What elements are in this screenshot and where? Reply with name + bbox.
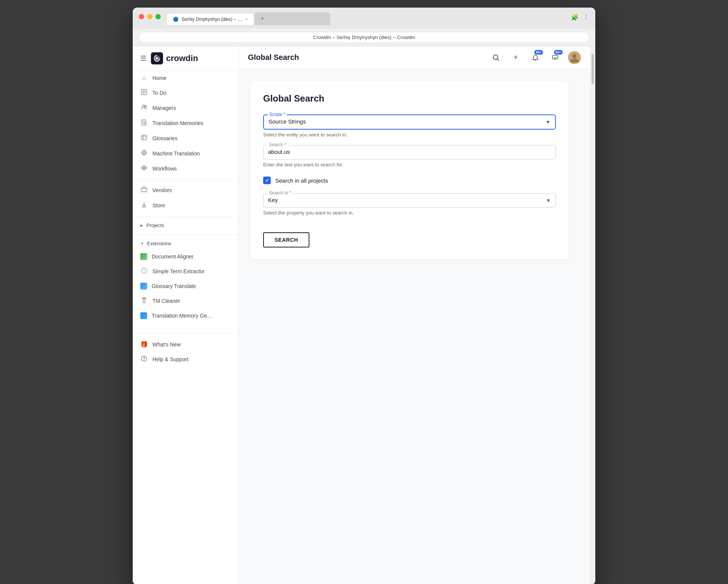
logo-icon [151,52,163,64]
sidebar-item-label: TM Cleaner [152,298,180,304]
sidebar-header: ☰ crowdin [133,46,238,71]
search-in-helper-text: Select the property you want to search i… [263,210,556,216]
tm-cleaner-icon [140,297,148,305]
search-field-wrapper: Search * [263,145,556,160]
projects-section[interactable]: ▶ Projects [133,219,238,231]
extension-icon[interactable]: 🧩 [571,14,579,21]
machine-translation-icon [140,150,148,157]
svg-rect-18 [141,167,143,169]
sidebar-bottom: 🎁 What's New Help & Support [133,330,238,367]
sidebar-item-store[interactable]: Store [133,198,238,213]
sidebar-item-label: Machine Translation [152,150,200,157]
extensions-label: Extensions [147,241,171,246]
store-icon [140,202,148,209]
maximize-button[interactable] [155,14,161,19]
scope-helper-text: Select the entity you want to search in. [263,132,556,138]
new-tab-icon: + [260,15,264,22]
add-button[interactable]: + [509,51,522,64]
home-icon: ⌂ [140,75,148,81]
document-aligner-icon [140,253,147,260]
translation-memory-ge-icon [140,312,147,319]
card-title: Global Search [263,93,556,104]
svg-line-23 [143,168,143,169]
sidebar-item-whats-new[interactable]: 🎁 What's New [133,337,238,352]
url-bar[interactable]: Crowdin – Serhiy Dmytryshyn (dies) – Cro… [139,32,589,43]
minimize-button[interactable] [147,14,152,19]
sidebar-item-label: Help & Support [152,356,188,362]
search-button[interactable] [489,51,503,64]
help-support-icon [140,355,148,363]
vendors-icon [140,186,148,194]
svg-rect-21 [145,167,147,169]
sidebar-item-translation-memories[interactable]: Translation Memories [133,116,238,131]
checkbox-label: Search in all projects [275,177,328,184]
sidebar-item-label: What's New [152,341,180,348]
translation-memories-icon [140,119,148,127]
svg-rect-26 [141,188,147,192]
sidebar-item-glossary-translate[interactable]: Glossary Translate [133,279,238,293]
simple-term-extractor-icon [140,268,148,275]
sidebar-item-workflows[interactable]: Workflows [133,161,238,176]
sidebar-item-label: Document Aligner [152,254,194,260]
svg-line-22 [143,166,143,168]
sidebar-item-todo[interactable]: To Do [133,85,238,100]
nav-separator [133,179,238,180]
search-input[interactable] [268,149,551,155]
sidebar-item-label: Translation Memory Ge... [152,313,211,319]
logo: crowdin [151,52,198,64]
app-container: ☰ crowdin ⌂ Home To Do [133,46,595,584]
search-label: Search * [267,142,288,147]
sidebar-item-label: Glossary Translate [152,283,196,289]
top-bar-actions: + 99+ 99+ [489,51,581,64]
user-avatar[interactable] [568,51,581,64]
search-all-projects-checkbox[interactable]: ✓ [263,177,271,184]
sidebar-item-vendors[interactable]: Vendors [133,183,238,198]
new-tab-button[interactable]: + [254,12,330,25]
browser-more-icon[interactable]: ⋮ [583,14,589,21]
scope-select[interactable]: Source Strings Translations Comments [268,118,551,125]
search-button[interactable]: SEARCH [263,232,309,247]
active-tab[interactable]: 🔵 Serhiy Dmytryshyn (dies) – Crow… × [167,14,254,25]
svg-point-35 [493,55,498,59]
sidebar-item-help-support[interactable]: Help & Support [133,352,238,367]
scrollbar[interactable] [590,46,595,584]
hamburger-icon[interactable]: ☰ [140,54,146,63]
close-button[interactable] [139,14,144,19]
sidebar-item-document-aligner[interactable]: Document Aligner [133,249,238,264]
sidebar: ☰ crowdin ⌂ Home To Do [133,46,239,584]
search-in-select[interactable]: Key Identifier Context [268,197,551,203]
svg-point-39 [572,54,577,58]
sidebar-item-home[interactable]: ⌂ Home [133,71,238,85]
managers-icon [140,104,148,112]
extensions-section[interactable]: ▼ Extensions [133,238,238,249]
svg-rect-12 [145,122,146,125]
content-area: Global Search Scope * Source Strings Tra… [239,69,580,272]
svg-point-30 [144,271,144,272]
svg-rect-31 [143,297,146,298]
workflows-icon [140,165,148,172]
projects-label: Projects [146,222,164,228]
scrollbar-thumb[interactable] [592,54,594,84]
scope-form-group: Scope * Source Strings Translations Comm… [263,114,556,138]
search-form-group: Search * Enter the text you want to sear… [263,145,556,168]
nav-separator-2 [133,216,238,216]
svg-rect-13 [142,135,146,140]
messages-button[interactable]: 99+ [548,51,562,64]
svg-rect-19 [143,166,145,167]
sidebar-item-machine-translation[interactable]: Machine Translation [133,146,238,161]
sidebar-item-glossaries[interactable]: Glossaries [133,131,238,146]
tab-label: Serhiy Dmytryshyn (dies) – Crow… [182,17,242,22]
tab-close-button[interactable]: × [245,17,248,22]
sidebar-item-label: Managers [152,105,176,111]
sidebar-item-tm-cleaner[interactable]: TM Cleaner [133,293,238,308]
scope-label: Scope * [268,112,287,117]
sidebar-item-label: To Do [152,90,166,96]
sidebar-item-simple-term-extractor[interactable]: Simple Term Extractor [133,264,238,279]
sidebar-item-managers[interactable]: Managers [133,100,238,116]
scope-field-wrapper: Scope * Source Strings Translations Comm… [263,114,556,130]
extensions-chevron: ▼ [140,241,144,246]
bottom-separator [133,333,238,334]
browser-toolbar: Crowdin – Serhiy Dmytryshyn (dies) – Cro… [133,29,595,46]
sidebar-item-translation-memory-ge[interactable]: Translation Memory Ge... [133,308,238,323]
notifications-button[interactable]: 99+ [529,51,542,64]
